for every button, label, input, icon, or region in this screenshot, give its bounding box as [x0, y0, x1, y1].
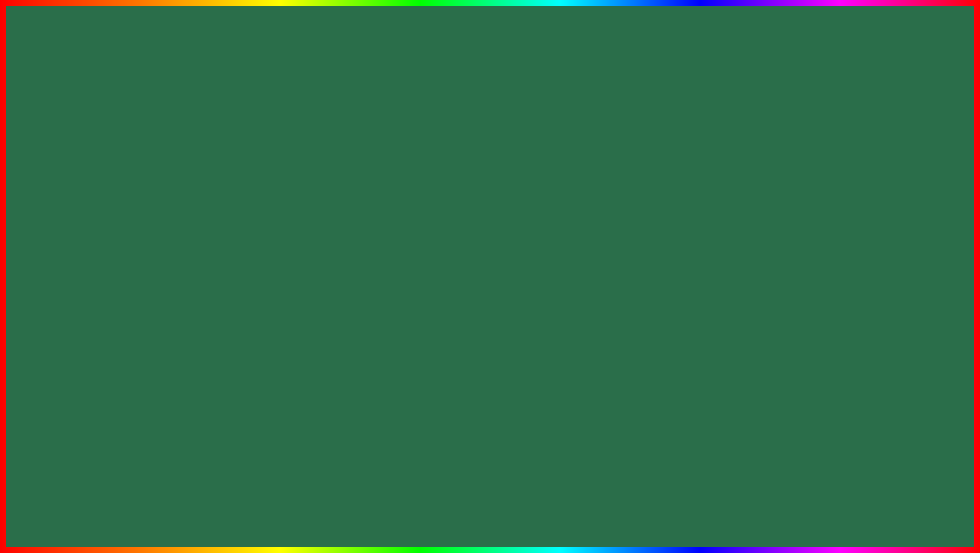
plat-enemy-name: Evil Ninja 3 — [770, 209, 796, 214]
bottom-text-section: UPDATE 36 SCRIPT PASTEBIN — [41, 473, 681, 538]
zer0-symbol: ≡ — [422, 200, 425, 206]
plat-window-btns: − □ ✕ — [933, 159, 949, 166]
yuto-sidebar-ttmtdf[interactable]: ✓ TT/MT/DF — [134, 270, 194, 284]
yuto-sidebar-dungeon[interactable]: ✓ DUNGEON — [134, 310, 194, 323]
script-pastebin-label: SCRIPT PASTEBIN — [304, 482, 681, 529]
yuto-content: Distance Select for farm (Mobile): Dista… — [194, 227, 364, 360]
yuto-sidebar-webhook[interactable]: ✓ Webhook — [134, 323, 194, 336]
yuto-sidebar-main-label: MAIN — [147, 234, 161, 240]
plat-body: Settings ∨ Enemies Detected Evil Ninja 3… — [763, 182, 953, 222]
feature-label-0: AutoFarm — [79, 182, 103, 188]
yuto-check-tp: ✓ — [139, 287, 144, 294]
nav-setting[interactable]: Setting — [137, 164, 154, 172]
left-panel-nav: AutoFarm Egg Misc Setting — [73, 161, 209, 176]
feature-label-2: Auto Collect Yen — [79, 206, 120, 212]
zer0-switch-delay-label: Farm switch delay — [444, 288, 489, 294]
zer0-farm-range-input[interactable] — [423, 273, 441, 282]
zer0-remove-click-label: Remove Click Limit — [423, 323, 471, 329]
yuto-close-btn[interactable]: ✕ — [353, 215, 359, 223]
yuto-sidebar-main[interactable]: ✓ MAIN — [134, 231, 194, 244]
yuto-feature-mob-select-label: AUTO FARM Mob Select — [201, 291, 263, 297]
yuto-sidebar-localplayer[interactable]: ✓ LOCAL PLAYER — [134, 244, 194, 257]
plat-settings-label[interactable]: Settings ∨ — [768, 188, 792, 194]
plat-nav-raid[interactable]: ★ Raid — [873, 171, 897, 180]
feature-row-0: AutoFarm — [77, 179, 205, 192]
yuto-sidebar-raid-label: AUTO RAID — [147, 300, 177, 306]
zer0-nav-down[interactable]: ↓ — [552, 200, 556, 207]
plat-enemies-section: Enemies Detected Evil Ninja 3 ∧ — [767, 199, 949, 216]
yuto-feature-quest: Auto Quest ✓ — [199, 315, 360, 328]
plat-title-label: Platinium - Anime Fighters Simulator - [… — [767, 159, 877, 165]
yuto-minimize-btn[interactable]: − — [347, 215, 351, 223]
zer0-farm-range-label: Farm range — [444, 275, 473, 281]
zer0-enemy-select-row: Enemy Select (Otogakure1) — [422, 224, 568, 234]
zer0-nav-arrows: ↑ ↓ − ✕ — [547, 200, 568, 207]
zer0-tp-label: Tp When Farm — [423, 251, 460, 257]
yuto-check-dungeon: ✓ — [139, 313, 144, 320]
plat-nav-trial[interactable]: ★ Trial — [848, 171, 872, 180]
yuto-distance-mobile-input[interactable] — [199, 238, 229, 248]
zer0-refresh-label: Refresh Enemies — [423, 239, 466, 246]
hub-title-label: HUB — [92, 153, 103, 159]
feature-label-3: Select Monster — [79, 218, 116, 224]
zer0-nav-up[interactable]: ↑ — [547, 200, 550, 207]
zer0-remove-click-checkbox[interactable] — [560, 323, 567, 330]
yuto-sidebar-tp-label: Teleport — [147, 287, 167, 293]
yuto-sidebar-teleport[interactable]: ✓ Teleport — [134, 284, 194, 297]
zer0-attack-label: Attack anything — [423, 262, 461, 268]
yuto-sidebar-autoraid[interactable]: ✓ AUTO RAID — [134, 297, 194, 310]
nav-egg[interactable]: Egg — [107, 164, 117, 172]
zer0-farm-section: Farm AutoFarm Remove Click Limit Auto Co… — [422, 301, 568, 344]
yuto-features-label: features — [199, 331, 360, 337]
zer0-attack-anything: Attack anything — [422, 260, 568, 271]
yuto-distance-mobile-row: Distance Select for farm (Mobile): — [199, 231, 360, 248]
zer0-switch-delay-input[interactable] — [423, 287, 441, 295]
zer0-hub-window: ≡ Zer0 Hub | AFS ↑ ↓ − ✕ AutoFarm Enemy … — [416, 195, 574, 350]
char-logo-text: ANIME FIGHTERS — [808, 502, 847, 507]
autofarm-toggle[interactable] — [189, 182, 203, 189]
plat-close-btn[interactable]: ✕ — [944, 159, 949, 166]
yuto-avatar-icon: 👤 — [139, 341, 150, 353]
zer0-close-btn[interactable]: ✕ — [563, 200, 568, 207]
yuto-hub-titlebar: YUTO HUB [UPD 36 + 👤 + x5] Anime Fighter… — [134, 212, 364, 227]
plat-nav-stars[interactable]: ★ Stars — [821, 171, 847, 180]
plat-maximize-btn[interactable]: □ — [938, 159, 942, 166]
zer0-range-btn[interactable]: 100 Range — [536, 274, 567, 282]
yuto-distance-pc-input[interactable] — [199, 260, 360, 269]
yuto-hub-window: YUTO HUB [UPD 36 + 👤 + x5] Anime Fighter… — [132, 211, 366, 361]
feature-label-1: Auto ClickDamage — [79, 194, 125, 200]
yuto-feature-mob-select-checkbox[interactable]: ✓ — [350, 290, 358, 298]
zer0-body: AutoFarm Enemy Select (Otogakure1) Refre… — [418, 211, 572, 348]
yuto-distance-mobile-label: Distance Select for farm (Mobile): — [199, 231, 360, 236]
nav-autofarm[interactable]: AutoFarm — [77, 164, 103, 172]
char-image: 🦸 ANIME FIGHTERS — [782, 421, 873, 512]
yuto-feature-all-mob-checkbox[interactable] — [350, 303, 358, 312]
zer0-remove-click-limit-row: Remove Click Limit — [422, 321, 568, 332]
zer0-minimize-btn[interactable]: − — [558, 200, 561, 207]
nav-misc[interactable]: Misc — [121, 164, 133, 172]
zer0-farm-title: Farm — [422, 301, 568, 307]
zer0-auto-collect-checkbox[interactable] — [560, 334, 567, 341]
plat-nav-n[interactable]: ★ N — [898, 171, 916, 180]
yuto-sidebar-sky[interactable]: 👤 Sky — [134, 338, 194, 356]
zer0-enemy-dropdown[interactable]: Enemy Select (Otogakure1) — [422, 224, 568, 234]
title-line1: ANIME FIGHTERS — [0, 10, 980, 76]
yuto-sidebar-star[interactable]: ✓ STAR — [134, 257, 194, 270]
title-line2: SIMULATOR — [0, 71, 980, 123]
yuto-sidebar-ttmt-label: TT/MT/DF — [147, 274, 172, 280]
zer0-title-name: Zer0 Hub | AFS — [428, 200, 468, 206]
yuto-feature-quest-label: Auto Quest — [201, 318, 228, 324]
yuto-feature-quest-checkbox[interactable]: ✓ — [350, 317, 358, 325]
zer0-autofarm-checkbox[interactable] — [560, 311, 567, 318]
plat-nav-home[interactable]: ★ Home — [766, 171, 794, 180]
plat-enemies-title: Enemies Detected — [767, 199, 949, 205]
plat-enemy-item: Evil Ninja 3 ∧ — [767, 207, 949, 216]
zer0-autofarm-label: AutoFarm — [423, 312, 447, 318]
zer0-attack-checkbox[interactable] — [560, 262, 567, 269]
plat-minimize-btn[interactable]: − — [933, 159, 936, 166]
plat-nav-main[interactable]: ★ Main — [795, 171, 820, 180]
yuto-feature-tp-mob-checkbox[interactable]: ✓ — [350, 276, 358, 284]
yuto-distance-pc-label: Distance Select for farm (PC) — [199, 252, 360, 258]
yuto-feature-tp-mob: AUTO FARM TP Mob Select ✓ — [199, 273, 360, 287]
zer0-tp-checkbox[interactable] — [560, 250, 567, 257]
